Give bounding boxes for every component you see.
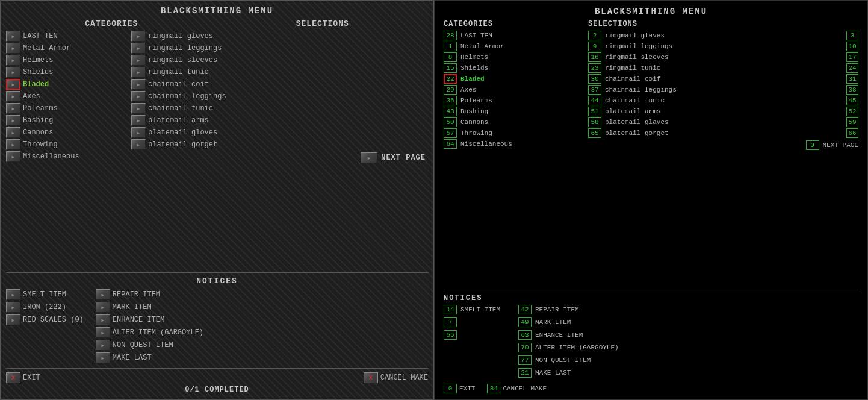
notice-arrow-nonquest[interactable] (96, 340, 110, 351)
cat-item-misc[interactable]: Miscellaneous (6, 151, 126, 162)
right-sel-0[interactable]: 2ringmail glaves 3 (588, 31, 858, 40)
sel-arrow-7[interactable] (131, 115, 146, 126)
right-sel-1[interactable]: 9ringmail leggings 10 (588, 42, 858, 51)
right-notice-scales[interactable]: 56 (444, 330, 500, 340)
right-cat-bashing[interactable]: 43 Bashing (444, 107, 576, 116)
cat-item-last-ten[interactable]: LAST TEN (6, 31, 126, 42)
right-cat-shields[interactable]: 15 Shields (444, 63, 576, 73)
right-sel-8[interactable]: 58platemail glaves 59 (588, 117, 858, 127)
exit-button[interactable]: X EXIT (6, 372, 40, 383)
notice-enhance[interactable]: ENHANCE ITEM (96, 314, 203, 325)
right-notice-iron[interactable]: 7 (444, 317, 500, 327)
sel-arrow-8[interactable] (131, 127, 146, 138)
right-cat-throwing[interactable]: 57 Throwing (444, 128, 576, 138)
right-cat-bladed[interactable]: 22 Bladed (444, 74, 576, 84)
sel-item-0[interactable]: ringmail gloves (131, 31, 428, 42)
sel-item-8[interactable]: platemail gloves (131, 127, 428, 138)
sel-arrow-0[interactable] (131, 31, 146, 42)
cat-arrow-axes[interactable] (6, 91, 20, 102)
cat-arrow-metal-armor[interactable] (6, 43, 20, 54)
sel-item-4[interactable]: chainmail coif (131, 79, 428, 90)
cat-item-bashing[interactable]: Bashing (6, 115, 126, 126)
right-cat-cannons[interactable]: 50 Cannons (444, 117, 576, 127)
right-exit-button[interactable]: 0 EXIT (444, 384, 475, 393)
cat-item-metal-armor[interactable]: Metal Armor (6, 43, 126, 54)
right-notice-alter[interactable]: 70 ALTER ITEM (GARGOYLE) (518, 343, 858, 352)
sel-arrow-5[interactable] (131, 91, 146, 102)
right-cat-last-ten[interactable]: 28 LAST TEN (444, 31, 576, 40)
notice-arrow-scales[interactable] (6, 314, 20, 325)
notice-arrow-alter[interactable] (96, 327, 110, 338)
right-notice-smelt[interactable]: 14 SMELT ITEM (444, 305, 500, 314)
sel-arrow-1[interactable] (131, 43, 146, 54)
cat-arrow-cannons[interactable] (6, 127, 20, 138)
right-sel-num-left-9: 65 (588, 128, 601, 138)
right-sel-9[interactable]: 65platemail gorget 66 (588, 128, 858, 138)
notice-mark[interactable]: MARK ITEM (96, 302, 203, 313)
cat-item-throwing[interactable]: Throwing (6, 139, 126, 150)
right-cat-misc[interactable]: 64 Miscellaneous (444, 139, 576, 149)
cat-arrow-bashing[interactable] (6, 115, 20, 126)
cat-arrow-helmets[interactable] (6, 55, 20, 66)
cat-item-shields[interactable]: Shields (6, 67, 126, 78)
cat-item-polearms[interactable]: Polearms (6, 103, 126, 114)
notice-repair[interactable]: REPAIR ITEM (96, 289, 203, 300)
cat-arrow-polearms[interactable] (6, 103, 20, 114)
cat-arrow-last-ten[interactable] (6, 31, 20, 42)
sel-arrow-2[interactable] (131, 55, 146, 66)
notice-arrow-makelast[interactable] (96, 352, 110, 363)
right-sel-4[interactable]: 30chainmail coif 31 (588, 74, 858, 84)
notice-arrow-repair[interactable] (96, 289, 110, 300)
right-notice-mark[interactable]: 49 MARK ITEM (518, 317, 858, 327)
cat-item-helmets[interactable]: Helmets (6, 55, 126, 66)
sel-item-9[interactable]: platemail gorget (131, 139, 428, 150)
right-sel-5[interactable]: 37chainmail leggings 38 (588, 85, 858, 95)
cat-arrow-bladed[interactable] (6, 79, 20, 90)
notice-smelt[interactable]: SMELT ITEM (6, 289, 84, 300)
sel-arrow-3[interactable] (131, 67, 146, 78)
notice-nonquest[interactable]: NON QUEST ITEM (96, 340, 203, 351)
cat-item-cannons[interactable]: Cannons (6, 127, 126, 138)
cat-arrow-throwing[interactable] (6, 139, 20, 150)
notice-makelast[interactable]: MAKE LAST (96, 352, 203, 363)
right-notice-makelast[interactable]: 21 MAKE LAST (518, 368, 858, 378)
cat-arrow-shields[interactable] (6, 67, 20, 78)
right-cat-metal-armor[interactable]: 1 Metal Armor (444, 42, 576, 51)
right-sel-3[interactable]: 23ringmail tunic 24 (588, 63, 858, 73)
right-notice-enhance[interactable]: 63 ENHANCE ITEM (518, 330, 858, 340)
sel-item-7[interactable]: platemail arms (131, 115, 428, 126)
cat-arrow-misc[interactable] (6, 151, 20, 162)
notice-alter[interactable]: ALTER ITEM (GARGOYLE) (96, 327, 203, 338)
sel-item-3[interactable]: ringmail tunic (131, 67, 428, 78)
cat-item-axes[interactable]: Axes (6, 91, 126, 102)
right-notice-nonquest[interactable]: 77 NON QUEST ITEM (518, 355, 858, 365)
notice-iron[interactable]: IRON (222) (6, 302, 84, 313)
right-notice-repair[interactable]: 42 REPAIR ITEM (518, 305, 858, 314)
cancel-make-button[interactable]: X CANCEL MAKE (364, 372, 428, 383)
sel-item-6[interactable]: chainmail tunic (131, 103, 428, 114)
right-cancel-button[interactable]: 84 CANCEL MAKE (487, 384, 547, 393)
right-cat-polearms[interactable]: 36 Polearms (444, 96, 576, 105)
right-sel-6[interactable]: 44chainmail tunic 45 (588, 96, 858, 105)
right-sel-7[interactable]: 51platemail arms 52 (588, 107, 858, 116)
right-bottom: 0 EXIT 84 CANCEL MAKE (444, 384, 858, 393)
notice-scales[interactable]: RED SCALES (0) (6, 314, 84, 325)
notice-arrow-smelt[interactable] (6, 289, 20, 300)
sel-label-6: chainmail tunic (148, 104, 213, 113)
exit-x-icon[interactable]: X (6, 372, 20, 383)
cat-item-bladed[interactable]: Bladed (6, 79, 126, 90)
right-cat-helmets[interactable]: 8 Helmets (444, 52, 576, 62)
notice-arrow-iron[interactable] (6, 302, 20, 313)
notice-arrow-mark[interactable] (96, 302, 110, 313)
sel-arrow-9[interactable] (131, 139, 146, 150)
sel-item-5[interactable]: chainmail leggings (131, 91, 428, 102)
right-cat-axes[interactable]: 29 Axes (444, 85, 576, 95)
notice-arrow-enhance[interactable] (96, 314, 110, 325)
cancel-x-icon[interactable]: X (364, 372, 378, 383)
sel-arrow-6[interactable] (131, 103, 146, 114)
sel-item-2[interactable]: ringmail sleeves (131, 55, 428, 66)
sel-arrow-4[interactable] (131, 79, 146, 90)
sel-item-1[interactable]: ringmail leggings (131, 43, 428, 54)
next-page-button[interactable] (361, 152, 377, 163)
right-sel-2[interactable]: 16ringmail sleeves 17 (588, 52, 858, 62)
